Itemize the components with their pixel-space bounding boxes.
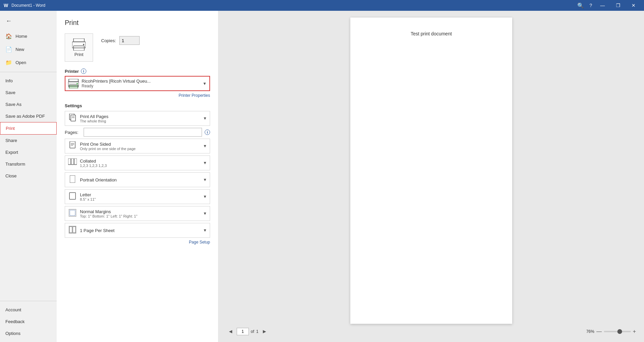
pages-per-sheet-text: 1 Page Per Sheet <box>80 228 200 233</box>
new-icon: 📄 <box>5 46 12 53</box>
portrait-setting[interactable]: Portrait Orientation ▼ <box>65 172 210 187</box>
print-title: Print <box>65 19 210 27</box>
window-title: Document1 - Word <box>11 3 577 8</box>
sidebar-item-save-adobe[interactable]: Save as Adobe PDF <box>0 110 57 122</box>
home-icon: 🏠 <box>5 33 12 39</box>
back-button[interactable]: ← <box>3 15 15 27</box>
zoom-out-button[interactable]: — <box>596 329 602 335</box>
sidebar-label-save-adobe: Save as Adobe PDF <box>5 114 45 119</box>
printer-properties-link[interactable]: Printer Properties <box>65 93 210 98</box>
pages-input[interactable] <box>84 128 202 137</box>
search-icon[interactable]: 🔍 <box>577 2 584 9</box>
sidebar-label-new: New <box>16 47 24 52</box>
printer-info-icon[interactable]: i <box>81 68 86 74</box>
sidebar-item-close[interactable]: Close <box>0 170 57 182</box>
printer-dropdown[interactable]: RicohPrinters [Ricoh Virtual Queu... Rea… <box>65 76 210 91</box>
printer-section-header: Printer i <box>65 68 210 74</box>
prev-page-button[interactable]: ◄ <box>227 328 235 335</box>
sidebar-label-share: Share <box>5 138 17 143</box>
sidebar-item-account[interactable]: Account <box>0 304 57 316</box>
minimize-button[interactable]: — <box>595 0 610 11</box>
print-button-area: Print Copies: 1 2 3 <box>65 33 210 62</box>
svg-rect-2 <box>74 38 84 42</box>
svg-rect-4 <box>74 46 84 51</box>
page-navigation: ◄ of 1 ► <box>227 328 268 335</box>
margins-main: Normal Margins <box>80 209 200 214</box>
sidebar-divider-1 <box>0 72 57 72</box>
copies-select[interactable]: 1 2 3 <box>119 36 140 45</box>
sidebar-item-new[interactable]: 📄 New <box>0 43 57 56</box>
sidebar-item-export[interactable]: Export <box>0 146 57 158</box>
sidebar-label-home: Home <box>16 34 27 39</box>
sidebar-item-print[interactable]: Print <box>0 122 57 135</box>
collated-main: Collated <box>80 159 200 164</box>
print-all-pages-text: Print All Pages The whole thing <box>80 114 200 123</box>
print-one-sided-text: Print One Sided Only print on one side o… <box>80 142 200 151</box>
print-all-pages-arrow: ▼ <box>203 116 207 121</box>
current-page-input[interactable] <box>237 328 249 335</box>
margins-text: Normal Margins Top: 1" Bottom: 1" Left: … <box>80 209 200 218</box>
svg-rect-10 <box>69 85 78 88</box>
total-pages-label: 1 <box>256 329 259 334</box>
margins-sub: Top: 1" Bottom: 1" Left: 1" Right: 1" <box>80 214 200 218</box>
sidebar-label-feedback: Feedback <box>5 319 25 324</box>
sidebar: ← 🏠 Home 📄 New 📁 Open Info Save Save As … <box>0 11 57 342</box>
print-all-pages-sub: The whole thing <box>80 119 200 123</box>
print-one-sided-setting[interactable]: Print One Sided Only print on one side o… <box>65 139 210 153</box>
portrait-icon <box>68 175 77 184</box>
close-button[interactable]: ✕ <box>626 0 641 11</box>
pages-per-sheet-icon <box>68 226 77 235</box>
collated-sub: 1,2,3 1,2,3 1,2,3 <box>80 164 200 168</box>
letter-sub: 8.5" x 11" <box>80 197 200 201</box>
printer-status: Ready <box>82 84 200 88</box>
svg-rect-21 <box>74 159 77 165</box>
sidebar-item-open[interactable]: 📁 Open <box>0 56 57 69</box>
print-all-pages-setting[interactable]: Print All Pages The whole thing ▼ <box>65 111 210 126</box>
titlebar: W Document1 - Word 🔍 ? — ❐ ✕ <box>0 0 644 11</box>
pages-info-icon[interactable]: i <box>205 130 210 135</box>
letter-main: Letter <box>80 192 200 197</box>
sidebar-divider-2 <box>0 301 57 301</box>
sidebar-item-share[interactable]: Share <box>0 135 57 146</box>
sidebar-item-transform[interactable]: Transform <box>0 158 57 170</box>
sidebar-item-feedback[interactable]: Feedback <box>0 316 57 327</box>
svg-rect-23 <box>69 193 76 199</box>
print-button[interactable]: Print <box>65 33 93 62</box>
svg-rect-12 <box>71 115 76 121</box>
svg-point-5 <box>83 44 84 45</box>
help-icon[interactable]: ? <box>589 3 592 8</box>
portrait-arrow: ▼ <box>203 177 207 182</box>
sidebar-label-export: Export <box>5 150 18 155</box>
margins-setting[interactable]: Normal Margins Top: 1" Bottom: 1" Left: … <box>65 206 210 221</box>
print-one-sided-icon <box>68 141 77 151</box>
collated-text: Collated 1,2,3 1,2,3 1,2,3 <box>80 159 200 168</box>
print-icon <box>72 38 86 51</box>
copies-label: Copies: <box>101 38 116 43</box>
margins-icon <box>68 209 77 218</box>
preview-document: Test print document <box>350 18 512 324</box>
pages-per-sheet-main: 1 Page Per Sheet <box>80 228 200 233</box>
page-setup-link[interactable]: Page Setup <box>65 240 210 245</box>
sidebar-item-info[interactable]: Info <box>0 75 57 87</box>
sidebar-label-print: Print <box>6 126 15 131</box>
svg-rect-20 <box>71 159 74 165</box>
pages-per-sheet-setting[interactable]: 1 Page Per Sheet ▼ <box>65 223 210 238</box>
sidebar-item-options[interactable]: Options <box>0 327 57 339</box>
printer-info: RicohPrinters [Ricoh Virtual Queu... Rea… <box>82 79 200 88</box>
letter-setting[interactable]: Letter 8.5" x 11" ▼ <box>65 189 210 204</box>
sidebar-bottom: Account Feedback Options <box>0 304 57 342</box>
sidebar-label-options: Options <box>5 331 21 336</box>
sidebar-item-save-as[interactable]: Save As <box>0 98 57 110</box>
pages-row: Pages: i <box>65 128 210 137</box>
next-page-button[interactable]: ► <box>261 328 269 335</box>
sidebar-label-transform: Transform <box>5 162 25 167</box>
svg-rect-19 <box>68 159 71 165</box>
print-btn-label: Print <box>75 52 84 57</box>
sidebar-item-home[interactable]: 🏠 Home <box>0 30 57 43</box>
collated-setting[interactable]: Collated 1,2,3 1,2,3 1,2,3 ▼ <box>65 155 210 170</box>
printer-dropdown-arrow: ▼ <box>203 81 207 86</box>
zoom-slider[interactable] <box>604 331 631 332</box>
restore-button[interactable]: ❐ <box>610 0 626 11</box>
zoom-in-button[interactable]: + <box>633 329 636 335</box>
sidebar-item-save[interactable]: Save <box>0 87 57 98</box>
